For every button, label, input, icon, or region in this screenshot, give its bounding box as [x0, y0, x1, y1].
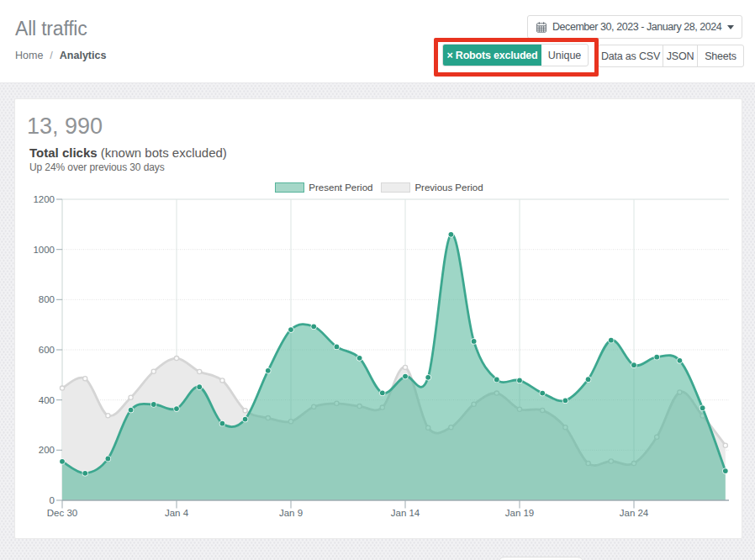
- svg-text:Jan 24: Jan 24: [620, 508, 649, 518]
- svg-text:200: 200: [39, 445, 55, 455]
- svg-text:600: 600: [39, 345, 55, 355]
- svg-text:Jan 19: Jan 19: [505, 508, 535, 518]
- svg-text:Jan 14: Jan 14: [391, 508, 420, 518]
- svg-text:400: 400: [39, 395, 55, 405]
- svg-text:Jan 9: Jan 9: [279, 508, 303, 518]
- svg-text:1200: 1200: [33, 194, 55, 204]
- svg-text:Jan 4: Jan 4: [165, 508, 189, 518]
- svg-text:0: 0: [50, 495, 55, 505]
- svg-text:1000: 1000: [33, 245, 55, 255]
- svg-text:Dec 30: Dec 30: [47, 508, 77, 518]
- svg-text:800: 800: [39, 294, 55, 304]
